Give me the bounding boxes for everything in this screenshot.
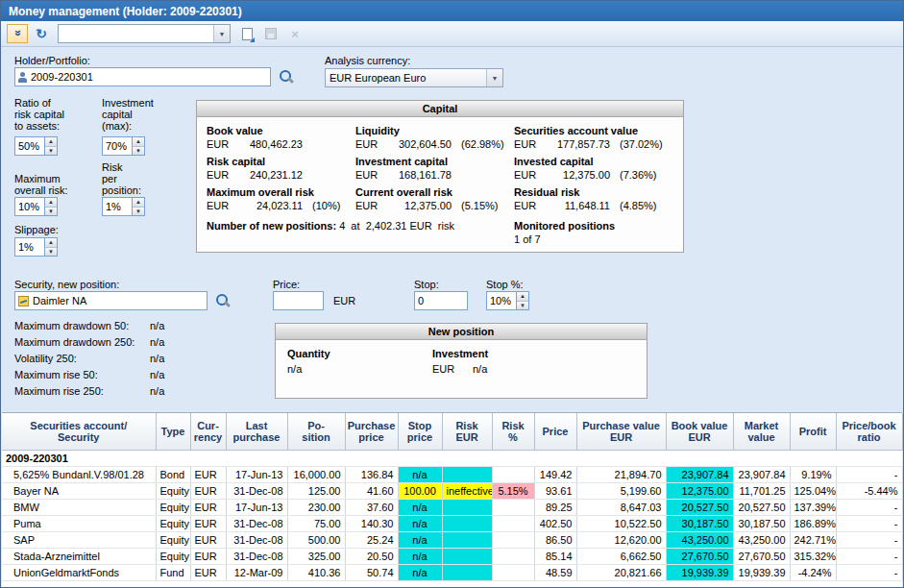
cell-market_value: 30,187.50 [733,515,790,531]
column-header[interactable]: Stop price [398,413,442,450]
investment-capital-spinner[interactable]: ▲▼ [102,136,145,156]
table-row[interactable]: SAPEquityEUR31-Dec-08500.0025.24n/a86.50… [2,531,902,548]
security-input[interactable] [14,291,208,310]
quantity-column: Quantity n/a [287,346,432,377]
table-row[interactable]: PumaEquityEUR31-Dec-0875.00140.30n/a402.… [2,515,902,531]
new-positions-value: 4 at 2,402.31 EUR risk [339,220,454,232]
spin-up-icon[interactable]: ▲ [133,198,144,207]
cell-purchase_price: 140.30 [345,515,398,531]
investment-capital-input[interactable] [102,136,132,156]
table-row[interactable]: 5,625% Bundanl.V.98/01.28BondEUR17-Jun-1… [2,466,902,482]
table-row[interactable]: UnionGeldmarktFondsFundEUR12-Mar-09410.3… [2,564,902,580]
column-header[interactable]: Price [534,413,576,450]
cell-risk_eur [442,515,492,531]
column-header[interactable]: Profit [790,413,836,450]
price-currency-label: EUR [333,295,355,306]
slippage-spinner[interactable]: ▲▼ [14,237,58,257]
column-header[interactable]: Market value [733,413,790,450]
risk-per-position-input[interactable] [102,197,132,216]
spin-down-icon[interactable]: ▼ [45,146,57,156]
cell-risk_pct [492,564,534,580]
group-row[interactable]: 2009-220301 [2,450,902,466]
column-header[interactable]: Purchase value EUR [576,413,666,450]
column-header[interactable]: Risk % [492,413,534,450]
spin-up-icon[interactable]: ▲ [517,292,528,301]
new-position-box: New position Quantity n/a Investment EUR… [275,323,647,399]
column-header[interactable]: Book value EUR [666,413,733,450]
spin-down-icon[interactable]: ▼ [133,146,144,156]
cell-price_book: - [836,564,902,580]
export-button[interactable] [236,24,257,43]
analysis-currency-label: Analysis currency: [325,55,410,66]
cell-book_value: 20,527.50 [666,499,733,515]
cell-purchase_price: 41.60 [345,482,398,499]
stop-percent-label: Stop %: [486,279,524,290]
column-header[interactable]: Cur- rency [190,413,226,450]
ratio-risk-capital-spinner[interactable]: ▲▼ [14,136,58,156]
new-positions-summary: Number of new positions: 4 at 2,402.31 E… [207,219,514,246]
analysis-currency-select[interactable]: EUR European Euro ▼ [325,68,503,87]
column-header[interactable]: Type [156,413,190,450]
spin-up-icon[interactable]: ▲ [45,137,57,146]
stop-label: Stop: [414,279,439,290]
investment-label: Investment [432,346,488,361]
chevron-down-icon: « [11,31,24,37]
table-header-row: Securities account/ SecurityTypeCur- ren… [2,413,902,450]
capital-item: Residual riskEUR11,648.11(4.85%) [514,185,679,213]
table-row[interactable]: BMWEquityEUR17-Jun-13230.0037.60n/a89.25… [2,499,902,515]
dropdown-arrow-icon[interactable]: ▼ [213,25,230,42]
capital-grid: Book valueEUR480,462.23LiquidityEUR302,6… [197,117,683,213]
table-row[interactable]: Bayer NAEquityEUR31-Dec-08125.0041.60100… [2,482,902,499]
column-header[interactable]: Price/book ratio [836,413,902,450]
cell-market_value: 19,939.39 [733,564,790,580]
slippage-input[interactable] [14,237,44,257]
spin-down-icon[interactable]: ▼ [133,207,144,216]
column-header[interactable]: Purchase price [345,413,398,450]
stop-percent-spinner[interactable]: ▲▼ [486,291,529,310]
refresh-button[interactable]: ↻ [31,24,52,43]
cell-price: 85.14 [534,548,576,564]
expand-button[interactable]: « [7,24,28,43]
column-header[interactable]: Risk EUR [442,413,492,450]
stat-row: Maximum rise 250:n/a [14,383,164,400]
cell-price_book: - [836,466,902,482]
column-header[interactable]: Last purchase [226,413,287,450]
stop-percent-input[interactable] [486,291,516,310]
toolbar-combobox[interactable]: ▼ [58,24,231,43]
capital-item: Current overall riskEUR12,375.00(5.15%) [355,185,514,213]
maximum-overall-risk-spinner[interactable]: ▲▼ [14,197,58,216]
spin-up-icon[interactable]: ▲ [133,137,144,146]
ratio-risk-capital-input[interactable] [14,136,44,156]
security-input-field[interactable] [33,293,204,308]
maximum-overall-risk-input[interactable] [14,197,44,216]
capital-box: Capital Book valueEUR480,462.23Liquidity… [196,100,684,253]
spin-down-icon[interactable]: ▼ [45,247,57,257]
holder-input[interactable] [14,67,271,86]
cell-risk_pct [492,548,534,564]
spin-down-icon[interactable]: ▼ [517,301,528,310]
cell-position: 325.00 [287,548,345,564]
column-header[interactable]: Po- sition [287,413,345,450]
stop-input[interactable] [414,291,468,310]
cell-risk_eur [442,564,492,580]
cell-book_value: 30,187.50 [666,515,733,531]
stat-row: Maximum drawdown 50:n/a [14,318,164,334]
dropdown-arrow-icon[interactable]: ▼ [486,69,502,86]
title-bar[interactable]: Money management (Holder: 2009-220301) [1,1,903,21]
price-input[interactable] [273,291,324,310]
risk-per-position-spinner[interactable]: ▲▼ [102,197,145,216]
capital-item: Book valueEUR480,462.23 [207,124,355,152]
table-row[interactable]: Stada-ArzneimittelEquityEUR31-Dec-08325.… [2,548,902,564]
cell-market_value: 23,907.84 [733,466,790,482]
cell-security: Bayer NA [2,482,156,499]
spin-up-icon[interactable]: ▲ [45,238,57,247]
holder-search-button[interactable] [277,67,296,86]
capital-item: Maximum overall riskEUR24,023.11(10%) [207,185,355,213]
security-search-button[interactable] [213,291,232,310]
column-header[interactable]: Securities account/ Security [2,413,156,450]
holder-input-field[interactable] [31,69,267,85]
capital-box-title: Capital [197,101,683,117]
spin-down-icon[interactable]: ▼ [45,207,57,216]
slippage-label: Slippage: [14,224,59,235]
spin-up-icon[interactable]: ▲ [45,198,57,207]
